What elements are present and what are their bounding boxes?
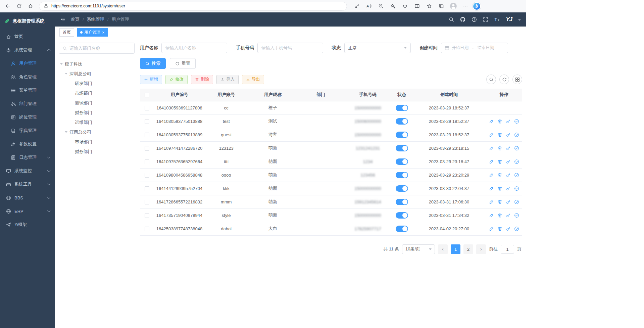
- assign-role-icon[interactable]: [514, 119, 519, 124]
- profile-avatar[interactable]: [448, 1, 458, 11]
- read-aloud-icon[interactable]: A: [364, 1, 374, 11]
- edit-icon[interactable]: [489, 119, 494, 124]
- tree-expand-caret-icon[interactable]: [65, 131, 67, 133]
- close-icon[interactable]: ×: [102, 30, 105, 35]
- status-toggle[interactable]: [396, 199, 408, 205]
- status-toggle[interactable]: [396, 118, 408, 125]
- zoom-out-icon[interactable]: [376, 1, 386, 11]
- edit-icon[interactable]: [489, 132, 494, 137]
- edit-icon[interactable]: [489, 226, 494, 231]
- assign-role-icon[interactable]: [514, 146, 519, 151]
- sidebar-item-post[interactable]: 岗位管理: [0, 110, 55, 124]
- delete-icon[interactable]: [497, 186, 502, 191]
- tree-node[interactable]: 江西总公司: [59, 127, 135, 137]
- delete-icon[interactable]: [497, 173, 502, 178]
- reset-password-icon[interactable]: [506, 213, 511, 218]
- tree-node[interactable]: 市场部门: [59, 88, 135, 98]
- breadcrumb-home[interactable]: 首页: [71, 16, 80, 22]
- assign-role-icon[interactable]: [514, 132, 519, 137]
- row-checkbox[interactable]: [145, 173, 149, 178]
- status-toggle[interactable]: [396, 145, 408, 151]
- help-icon[interactable]: ?: [472, 17, 477, 22]
- modify-button[interactable]: 修改: [165, 75, 188, 84]
- row-checkbox[interactable]: [145, 200, 149, 204]
- tree-node[interactable]: 深圳总公司: [59, 69, 135, 79]
- reset-password-icon[interactable]: [506, 119, 511, 124]
- tree-expand-caret-icon[interactable]: [60, 63, 63, 65]
- delete-icon[interactable]: [497, 146, 502, 151]
- split-screen-icon[interactable]: [412, 1, 422, 11]
- refresh-icon[interactable]: [14, 1, 24, 11]
- user-avatar[interactable]: YJ: [506, 16, 512, 23]
- edit-icon[interactable]: [489, 159, 494, 164]
- sidebar-item-system[interactable]: 系统管理: [0, 43, 55, 57]
- next-page-button[interactable]: ›: [476, 244, 486, 254]
- browser-essentials-icon[interactable]: [400, 1, 410, 11]
- github-icon[interactable]: [460, 17, 465, 22]
- tree-node[interactable]: 运维部门: [59, 118, 135, 127]
- row-checkbox[interactable]: [145, 106, 149, 110]
- status-select[interactable]: 正常: [344, 43, 411, 53]
- edit-icon[interactable]: [489, 213, 494, 218]
- sidebar-item-user[interactable]: 用户管理: [0, 57, 55, 70]
- assign-role-icon[interactable]: [514, 213, 519, 218]
- sidebar-item-menu[interactable]: 菜单管理: [0, 84, 55, 97]
- sidebar-item-home[interactable]: 首页: [0, 30, 55, 43]
- sidebar-item-erp[interactable]: ERP: [0, 204, 55, 218]
- back-icon[interactable]: [3, 1, 13, 11]
- sidebar-item-dict[interactable]: 字典管理: [0, 124, 55, 137]
- sidebar-item-role[interactable]: 角色管理: [0, 70, 55, 84]
- edit-icon[interactable]: [489, 146, 494, 151]
- row-checkbox[interactable]: [145, 159, 149, 164]
- status-toggle[interactable]: [396, 158, 408, 165]
- tab-home[interactable]: 首页: [59, 28, 74, 37]
- search-button[interactable]: 搜索: [140, 58, 166, 69]
- status-toggle[interactable]: [396, 185, 408, 192]
- assign-role-icon[interactable]: [514, 173, 519, 178]
- sidebar-item-config[interactable]: 参数设置: [0, 137, 55, 151]
- tree-expand-caret-icon[interactable]: [65, 73, 67, 75]
- row-checkbox[interactable]: [145, 227, 149, 231]
- search-icon-circle[interactable]: [486, 75, 496, 84]
- key-icon[interactable]: [352, 1, 362, 11]
- tree-node[interactable]: 橙子科技: [59, 59, 135, 69]
- tab-user-management[interactable]: 用户管理 ×: [77, 28, 108, 37]
- reset-password-icon[interactable]: [506, 173, 511, 178]
- refresh-icon-circle[interactable]: [499, 75, 509, 84]
- export-button[interactable]: 导出: [242, 75, 264, 84]
- assign-role-icon[interactable]: [514, 186, 519, 191]
- date-range-picker[interactable]: 开始日期 - 结束日期: [441, 43, 508, 53]
- tree-node[interactable]: 财务部门: [59, 147, 135, 156]
- sidebar-item-tools[interactable]: 系统工具: [0, 178, 55, 191]
- collections-icon[interactable]: [436, 1, 446, 11]
- reset-password-icon[interactable]: [506, 159, 511, 164]
- favorites-star-icon[interactable]: [424, 1, 434, 11]
- delete-icon[interactable]: [497, 159, 502, 164]
- reset-password-icon[interactable]: [506, 199, 511, 204]
- page-button-1[interactable]: 1: [451, 244, 460, 254]
- reset-password-icon[interactable]: [506, 146, 511, 151]
- copilot-icon[interactable]: b: [473, 2, 481, 10]
- tree-node[interactable]: 财务部门: [59, 108, 135, 118]
- sidebar-item-monitor[interactable]: 系统监控: [0, 164, 55, 178]
- status-toggle[interactable]: [396, 212, 408, 219]
- delete-icon[interactable]: [497, 226, 502, 231]
- import-button[interactable]: 导入: [216, 75, 239, 84]
- goto-page-input[interactable]: [501, 245, 514, 254]
- tree-node[interactable]: 市场部门: [59, 137, 135, 147]
- edit-icon[interactable]: [489, 186, 494, 191]
- delete-icon[interactable]: [497, 213, 502, 218]
- reset-password-icon[interactable]: [506, 186, 511, 191]
- row-checkbox[interactable]: [145, 213, 149, 218]
- search-icon[interactable]: [449, 17, 454, 22]
- fullscreen-icon[interactable]: [483, 17, 488, 22]
- breadcrumb-system[interactable]: 系统管理: [87, 16, 104, 22]
- sidebar-item-dept[interactable]: 部门管理: [0, 97, 55, 110]
- row-checkbox[interactable]: [145, 186, 149, 191]
- edit-icon[interactable]: [489, 199, 494, 204]
- page-button-2[interactable]: 2: [463, 244, 473, 254]
- sidebar-item-log[interactable]: 日志管理: [0, 151, 55, 164]
- status-toggle[interactable]: [396, 172, 408, 178]
- browser-home-icon[interactable]: [26, 1, 36, 11]
- row-checkbox[interactable]: [145, 146, 149, 151]
